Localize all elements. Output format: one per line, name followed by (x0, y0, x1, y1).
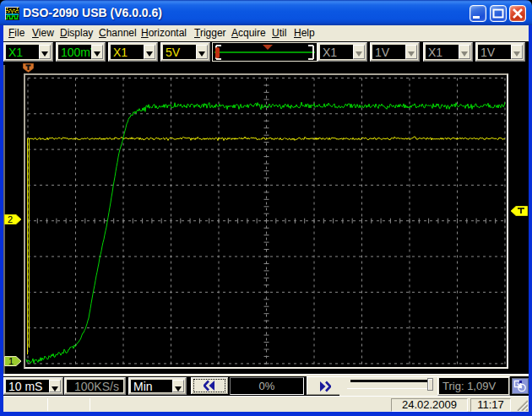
svg-text:1: 1 (8, 356, 14, 366)
svg-text:2: 2 (8, 214, 13, 224)
